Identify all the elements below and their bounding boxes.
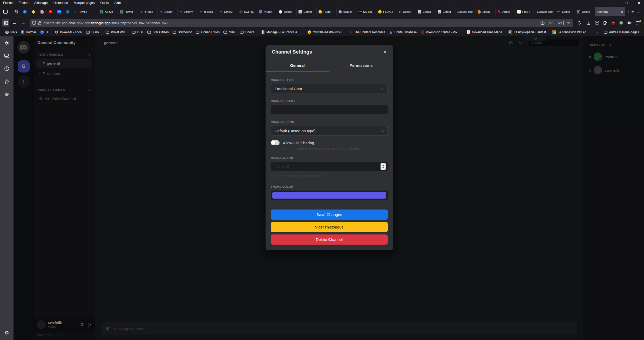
- bookmark-item[interactable]: html5: [221, 30, 238, 34]
- pinned-tab-dsm-blue[interactable]: DSM: [55, 7, 63, 16]
- browser-tab[interactable]: All Siz: [98, 7, 118, 16]
- url-text[interactable]: discord-like-php-chat-7262.dev.flatlogic…: [44, 21, 538, 25]
- bookmark-item[interactable]: Suno: [84, 30, 100, 34]
- screen-share-icon[interactable]: [4, 54, 9, 58]
- bookmark-item[interactable]: SThe Spriters Resource: [347, 30, 387, 34]
- number-spinner[interactable]: [381, 163, 386, 170]
- pinned-tab-globe[interactable]: [12, 7, 21, 16]
- ublock-icon[interactable]: UO: [611, 21, 615, 25]
- new-tab-button[interactable]: +: [632, 9, 634, 14]
- browser-tab[interactable]: ᴗHuggi: [316, 7, 336, 16]
- save-page-icon[interactable]: [540, 21, 545, 25]
- bookmarks-overflow-chevron[interactable]: »: [593, 30, 602, 34]
- shield-icon[interactable]: [32, 21, 36, 25]
- browser-tab[interactable]: Explor: [416, 7, 436, 16]
- browser-tab[interactable]: ᴗFLUX.2: [376, 7, 396, 16]
- bookmark-item[interactable]: DDL: [130, 30, 145, 34]
- clock-icon[interactable]: [4, 66, 9, 71]
- browser-tab[interactable]: t will f: [78, 7, 98, 16]
- bookmark-item[interactable]: PixelPlush Studio - Pix...: [419, 30, 462, 34]
- bookmark-item[interactable]: ♥Download Time Mana...: [465, 30, 506, 34]
- bookmark-other[interactable]: Autres marque-pages: [602, 30, 641, 34]
- message-limit-input[interactable]: [271, 162, 388, 171]
- palette-icon[interactable]: [4, 92, 9, 97]
- browser-tab[interactable]: Discor: [396, 7, 416, 16]
- channel-name-input[interactable]: [271, 105, 388, 114]
- bookmark-item[interactable]: NAS: [3, 30, 19, 34]
- app-menu-hamburger-icon[interactable]: [635, 21, 640, 25]
- browser-tab[interactable]: Explor: [436, 7, 456, 16]
- minimize-button[interactable]: —: [612, 1, 616, 5]
- sidebar-toggle-icon[interactable]: [2, 19, 9, 27]
- menu-item-dition[interactable]: Édition: [19, 1, 29, 5]
- back-button[interactable]: ←: [11, 19, 18, 27]
- bookmark-star-icon[interactable]: ☆: [567, 21, 571, 25]
- browser-tab[interactable]: ♥Emie0: [217, 7, 237, 16]
- maximize-button[interactable]: □: [626, 1, 628, 5]
- spinner-down-icon[interactable]: [382, 167, 384, 168]
- browser-tab[interactable]: SStable: [336, 7, 356, 16]
- channel-icon-select[interactable]: Default (Based on type): [271, 126, 388, 135]
- menu-item-outils[interactable]: Outils: [100, 1, 109, 5]
- browser-tab[interactable]: swefpi: [277, 7, 297, 16]
- bookmark-item[interactable]: Starbound: [171, 30, 194, 34]
- pinned-tab-creature-pink[interactable]: [38, 7, 46, 16]
- menu-item-aide[interactable]: Aide: [114, 1, 121, 5]
- delete-channel-button[interactable]: Delete Channel: [271, 234, 388, 245]
- pinned-tab-facebook[interactable]: f: [21, 7, 29, 16]
- forward-button[interactable]: →: [20, 19, 27, 27]
- bookmark-item[interactable]: Star Citizen: [145, 30, 171, 34]
- browser-tab[interactable]: ♥niciara: [197, 7, 217, 16]
- firefox-view-icon[interactable]: [2, 8, 9, 16]
- browser-tab[interactable]: ♥Aromy: [177, 7, 197, 16]
- browser-tab[interactable]: CLOUDMy Ha: [356, 7, 376, 16]
- tab-scroll-left-icon[interactable]: ‹: [72, 9, 78, 15]
- bookmark-item[interactable]: La connexion Wifi et E...: [550, 30, 593, 34]
- userscript-face-icon[interactable]: [619, 21, 623, 25]
- browser-tab[interactable]: Plugin: [257, 7, 277, 16]
- bookmark-item[interactable]: Mariage - La France à ...: [259, 30, 302, 34]
- modal-tab-general[interactable]: General: [266, 59, 329, 72]
- active-tab[interactable]: #genera×: [595, 7, 625, 16]
- tab-scroll-right-icon[interactable]: ›: [627, 9, 629, 14]
- browser-tab[interactable]: fFree :: [515, 7, 535, 16]
- bookmark-item[interactable]: Hotmail: [19, 30, 38, 34]
- bookmark-item[interactable]: Conan Exiles: [194, 30, 221, 34]
- tab-list-chevron-icon[interactable]: ⌄: [637, 9, 640, 15]
- chatgpt-icon[interactable]: [4, 41, 9, 46]
- settings-gear-icon[interactable]: ⚙: [4, 330, 9, 336]
- clear-history-button[interactable]: Vider l'historique: [271, 222, 388, 232]
- downloads-icon[interactable]: [587, 21, 591, 25]
- extensions-puzzle-icon[interactable]: [603, 21, 607, 25]
- browser-tab[interactable]: adaEligibi: [555, 7, 575, 16]
- menu-item-affichage[interactable]: Affichage: [34, 1, 48, 5]
- bookmark-item[interactable]: Divers: [238, 30, 256, 34]
- browser-tab[interactable]: Discor: [575, 7, 595, 16]
- circles-extension-icon[interactable]: [627, 21, 632, 25]
- pinned-tab-youtube[interactable]: [46, 7, 55, 16]
- browser-tab[interactable]: Hawai: [118, 7, 138, 16]
- spinner-up-icon[interactable]: [382, 165, 384, 166]
- pinned-tab-d-blue[interactable]: D: [63, 7, 72, 16]
- url-bar[interactable]: discord-like-php-chat-7262.dev.flatlogic…: [30, 19, 573, 27]
- browser-tab[interactable]: Espace clie: [456, 7, 476, 16]
- browser-tab[interactable]: ♥Bruni2: [138, 7, 158, 16]
- browser-tab[interactable]: Espace abo: [535, 7, 555, 16]
- file-sharing-toggle[interactable]: [271, 140, 280, 145]
- save-changes-button[interactable]: Save Changes: [271, 210, 388, 220]
- modal-tab-permissions[interactable]: Permissions: [329, 59, 393, 72]
- browser-tab[interactable]: PSCI RE: [237, 7, 257, 16]
- browser-tab[interactable]: Explor: [296, 7, 316, 16]
- modal-close-icon[interactable]: ×: [383, 49, 387, 55]
- close-button[interactable]: ✕: [638, 1, 640, 5]
- bookmark-item[interactable]: Projet WH: [104, 30, 127, 34]
- account-icon[interactable]: [595, 21, 599, 25]
- pinned-tab-diamond-yellow[interactable]: [29, 7, 38, 16]
- menu-item-marquepages[interactable]: Marque-pages: [74, 1, 95, 5]
- theme-color-input[interactable]: [271, 191, 388, 200]
- translate-icon[interactable]: 文A: [548, 21, 553, 25]
- menu-item-historique[interactable]: Historique: [53, 1, 68, 5]
- bookmark-item[interactable]: InvokeAI - Local: [53, 30, 84, 34]
- bookmark-item[interactable]: EFL'Encyclopédie Fantast...: [506, 30, 550, 34]
- tab-close-icon[interactable]: ×: [621, 10, 623, 14]
